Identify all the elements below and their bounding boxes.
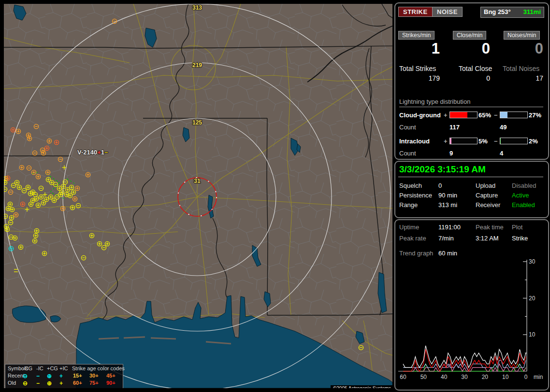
svg-text:10: 10 <box>502 374 509 380</box>
distribution-title: Lightning type distribution <box>399 98 543 107</box>
range-label: Range <box>399 201 418 209</box>
uptime-label: Uptime <box>399 224 419 231</box>
upload-status: Disabled <box>512 182 536 189</box>
cg-plus-sign: + <box>444 112 448 119</box>
strikes-per-min-button[interactable]: Strikes/min <box>398 31 434 40</box>
legend-age-title: Strike age color codes <box>72 365 125 371</box>
ic-pos-bar <box>449 138 478 144</box>
total-noises-label: Total Noises <box>503 65 539 72</box>
ring-label-313: 313 <box>192 4 202 11</box>
total-close-label: Total Close <box>459 65 492 72</box>
recent-neg-cg-icon: ⊖ <box>23 373 28 379</box>
cg-minus-sign: − <box>494 112 498 119</box>
svg-text:60: 60 <box>400 374 406 380</box>
ring-label-125: 125 <box>192 119 202 126</box>
total-strikes-label: Total Strikes <box>399 65 436 72</box>
recent-neg-ic-icon: − <box>36 373 40 379</box>
capture-status: Active <box>512 192 529 199</box>
svg-text:20: 20 <box>482 374 489 380</box>
ic-neg-pct: 2% <box>529 138 538 145</box>
datetime-display: 3/3/2026 3:15:19 AM <box>399 164 486 175</box>
persistence-value: 90 min <box>438 192 457 199</box>
legend-col-pos-ic: +IC <box>59 365 68 371</box>
total-strikes-value: 179 <box>398 74 440 82</box>
peak-rate-label: Peak rate <box>399 235 426 242</box>
ic-neg-bar <box>500 138 528 144</box>
ic-minus-sign: − <box>494 138 498 145</box>
legend-row-recent: Recent <box>8 373 25 378</box>
peak-time-label: Peak time <box>476 224 504 231</box>
svg-text:50: 50 <box>420 374 427 380</box>
svg-text:20: 20 <box>529 295 536 302</box>
old-pos-ic-icon: + <box>59 380 63 387</box>
trend-graph-label: Trend graph <box>399 250 433 257</box>
recent-pos-cg-icon: ⊕ <box>47 373 52 379</box>
legend-col-pos-cg: +CG <box>47 365 58 371</box>
ic-count-label: Count <box>399 150 416 157</box>
map-legend: Symbols -CG -IC +CG +IC Strike age color… <box>5 364 123 388</box>
map-canvas: 313 219 125 31 V-2140+1− <box>4 4 392 388</box>
bearing-distance: 311mi <box>523 8 541 15</box>
age-30: 30+ <box>89 373 99 378</box>
copyright-text: ©2005 Astrogenic Systems <box>331 385 392 388</box>
cg-neg-bar <box>500 112 528 118</box>
strike-mode-button[interactable]: STRIKE <box>398 7 433 17</box>
noises-per-min-button[interactable]: Noises/min <box>504 31 540 40</box>
age-90: 90+ <box>106 380 116 386</box>
lightning-map[interactable]: 313 219 125 31 V-2140+1− Symbols -CG -IC <box>4 4 392 388</box>
total-close-value: 0 <box>449 74 490 82</box>
legend-col-neg-ic: -IC <box>36 365 43 371</box>
age-75: 75+ <box>89 380 99 386</box>
squelch-value: 0 <box>438 182 442 189</box>
bearing-value: Bng 253° <box>484 8 511 15</box>
svg-text:0: 0 <box>524 374 528 380</box>
cg-neg-count: 49 <box>500 124 507 131</box>
uptime-value: 1191:00 <box>438 224 461 231</box>
plot-label: Plot <box>512 224 522 231</box>
squelch-label: Squelch <box>399 182 422 189</box>
capture-label: Capture <box>476 192 498 199</box>
old-pos-cg-icon: ⊕ <box>47 380 52 387</box>
storm-cell-label: V-2140+1− <box>77 149 108 156</box>
ic-neg-count: 4 <box>500 150 503 157</box>
plot-value: Strike <box>512 235 528 242</box>
age-60: 60+ <box>73 380 82 386</box>
close-per-min-button[interactable]: Close/min <box>453 31 486 40</box>
ic-pos-pct: 5% <box>478 138 488 145</box>
cg-pos-pct: 65% <box>478 112 491 119</box>
cg-neg-pct: 27% <box>529 112 541 119</box>
divider <box>398 177 543 177</box>
svg-text:min: min <box>534 374 543 380</box>
status-panel: 3/3/2026 3:15:19 AM Squelch 0 Upload Dis… <box>394 161 549 218</box>
trend-graph-range: 60 min <box>438 250 457 257</box>
strikes-per-min-value: 1 <box>398 40 440 57</box>
trend-panel: Uptime 1191:00 Peak time Plot Peak rate … <box>394 219 549 391</box>
ring-label-219: 219 <box>192 62 202 69</box>
cg-pos-bar <box>449 112 478 118</box>
upload-label: Upload <box>476 182 495 189</box>
app-window: 313 219 125 31 V-2140+1− Symbols -CG -IC <box>0 0 550 392</box>
range-value: 313 mi <box>438 201 457 209</box>
cg-count-label: Count <box>399 124 416 131</box>
recent-pos-ic-icon: + <box>59 373 63 379</box>
svg-text:30: 30 <box>461 374 468 380</box>
noise-mode-button[interactable]: NOISE <box>432 7 463 17</box>
close-per-min-value: 0 <box>449 40 490 57</box>
svg-text:10: 10 <box>529 331 536 338</box>
legend-row-old: Old <box>8 380 16 386</box>
svg-text:40: 40 <box>441 374 448 380</box>
ic-plus-sign: + <box>444 138 448 145</box>
old-neg-cg-icon: ⊖ <box>23 380 28 387</box>
receiver-label: Receiver <box>476 201 500 209</box>
peak-rate-value: 7/min <box>438 235 454 242</box>
total-noises-value: 17 <box>502 74 543 82</box>
trend-graph: 1020306050403020100min <box>397 258 546 384</box>
strike-stats-panel: STRIKE NOISE Bng 253° 311mi Strikes/min … <box>394 2 549 160</box>
intracloud-label: Intracloud <box>399 138 430 145</box>
legend-col-neg-cg: -CG <box>23 365 32 371</box>
bearing-readout: Bng 253° 311mi <box>480 7 544 18</box>
age-15: 15+ <box>73 373 82 378</box>
ic-pos-count: 9 <box>449 150 453 157</box>
old-neg-ic-icon: − <box>36 380 40 387</box>
cg-pos-count: 117 <box>449 124 460 131</box>
